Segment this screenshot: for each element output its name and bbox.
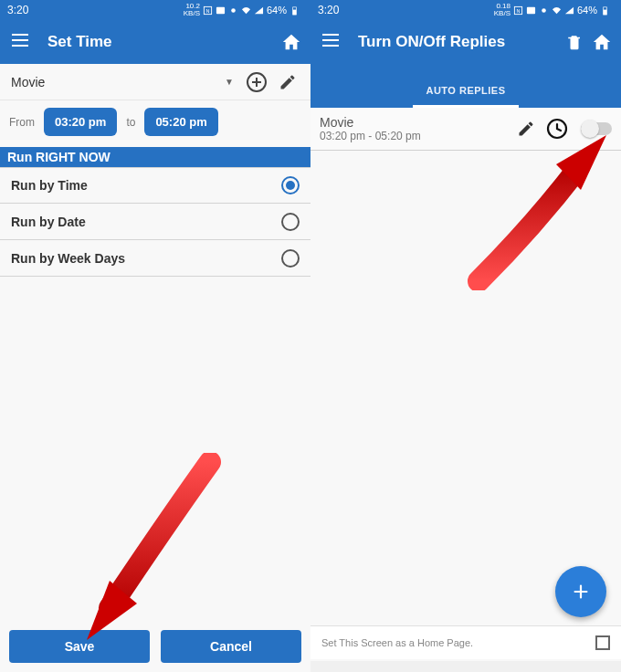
option-run-by-date[interactable]: Run by Date: [0, 204, 310, 240]
profile-dropdown[interactable]: Movie ▼: [0, 64, 310, 100]
edit-button[interactable]: [272, 67, 303, 98]
bottom-strip: [310, 661, 621, 672]
android-icon: [228, 5, 238, 16]
pencil-icon[interactable]: [513, 116, 539, 142]
delete-icon[interactable]: [561, 28, 588, 56]
svg-text:N: N: [205, 7, 209, 13]
battery-icon: [600, 5, 610, 16]
reply-item[interactable]: Movie 03:20 pm - 05:20 pm: [310, 108, 621, 151]
screen-on-off-replies: 3:20 0.18KB/S N 64% Turn ON/Off Replies …: [310, 0, 621, 672]
fab-add[interactable]: [555, 566, 606, 617]
home-page-checkbox[interactable]: [595, 635, 610, 650]
radio-icon[interactable]: [281, 249, 300, 268]
radio-icon[interactable]: [281, 176, 300, 194]
home-page-row[interactable]: Set This Screen as a Home Page.: [310, 625, 621, 659]
android-icon: [539, 5, 549, 16]
from-time-chip[interactable]: 03:20 pm: [44, 108, 117, 136]
reply-time: 03:20 pm - 05:20 pm: [320, 130, 508, 142]
status-bar: 3:20 0.18KB/S N 64%: [310, 0, 621, 20]
battery-icon: [289, 5, 300, 16]
menu-icon[interactable]: [320, 33, 342, 51]
from-label: From: [9, 116, 35, 129]
dropdown-label: Movie: [11, 75, 225, 89]
signal-icon: [254, 5, 264, 16]
screen-set-time: 3:20 10.2KB/S N 64% Set Time Movie ▼: [0, 0, 310, 672]
svg-point-10: [542, 8, 546, 13]
to-time-chip[interactable]: 05:20 pm: [144, 108, 217, 136]
svg-rect-2: [216, 6, 225, 13]
svg-rect-9: [527, 6, 535, 13]
tab-bar: AUTO REPLIES: [310, 64, 621, 108]
svg-rect-12: [604, 9, 607, 14]
nfc-icon: N: [203, 5, 213, 16]
save-button[interactable]: Save: [9, 630, 150, 663]
time-range-row: From 03:20 pm to 05:20 pm: [0, 100, 310, 147]
bottom-button-row: Save Cancel: [9, 630, 301, 663]
menu-icon[interactable]: [9, 33, 31, 51]
nfc-icon: N: [513, 5, 523, 16]
clock-icon[interactable]: [544, 116, 570, 142]
status-bar: 3:20 10.2KB/S N 64%: [0, 0, 310, 20]
home-icon[interactable]: [588, 28, 616, 56]
page-title: Turn ON/Off Replies: [358, 33, 561, 51]
run-now-banner[interactable]: Run RIGHT NOW: [0, 147, 310, 167]
battery-pct: 64%: [267, 5, 287, 16]
option-run-by-time[interactable]: Run by Time: [0, 167, 310, 204]
app-bar: Set Time: [0, 20, 310, 64]
option-label: Run by Week Days: [11, 251, 281, 266]
wifi-icon: [241, 5, 251, 16]
battery-pct: 64%: [577, 5, 597, 16]
home-page-label: Set This Screen as a Home Page.: [321, 637, 595, 648]
caret-down-icon: ▼: [225, 77, 241, 87]
cancel-button[interactable]: Cancel: [161, 630, 301, 663]
wifi-icon: [552, 5, 562, 16]
option-run-by-weekdays[interactable]: Run by Week Days: [0, 240, 310, 277]
add-button[interactable]: [241, 67, 272, 98]
annotation-arrow: [460, 126, 616, 290]
annotation-arrow: [73, 453, 228, 645]
status-time: 3:20: [7, 4, 28, 16]
radio-icon[interactable]: [281, 213, 300, 231]
volte-icon: [216, 5, 226, 16]
svg-point-3: [231, 8, 236, 13]
status-time: 3:20: [318, 4, 339, 16]
option-label: Run by Date: [11, 215, 281, 229]
volte-icon: [526, 5, 536, 16]
enable-toggle[interactable]: [581, 122, 612, 135]
tab-auto-replies[interactable]: AUTO REPLIES: [413, 85, 518, 108]
home-icon[interactable]: [278, 28, 305, 56]
signal-icon: [564, 5, 574, 16]
svg-text:N: N: [516, 7, 520, 13]
reply-title: Movie: [320, 115, 508, 130]
svg-rect-5: [293, 9, 297, 14]
option-label: Run by Time: [11, 178, 281, 193]
to-label: to: [126, 116, 135, 129]
app-bar: Turn ON/Off Replies: [310, 20, 621, 64]
page-title: Set Time: [47, 33, 278, 51]
